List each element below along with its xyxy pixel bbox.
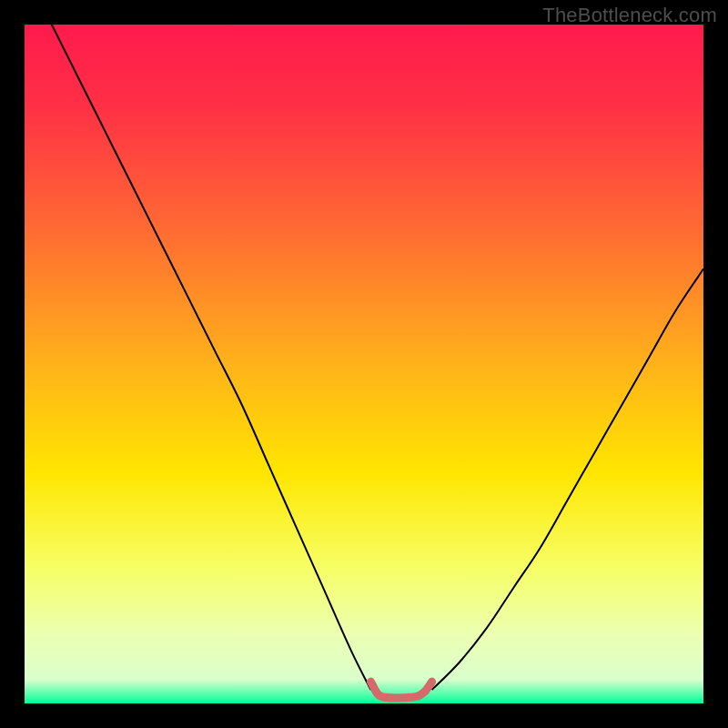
chart-background <box>25 25 703 703</box>
watermark-label: TheBottleneck.com <box>542 4 717 27</box>
chart-frame: TheBottleneck.com <box>0 0 728 728</box>
bottleneck-chart <box>0 0 728 728</box>
